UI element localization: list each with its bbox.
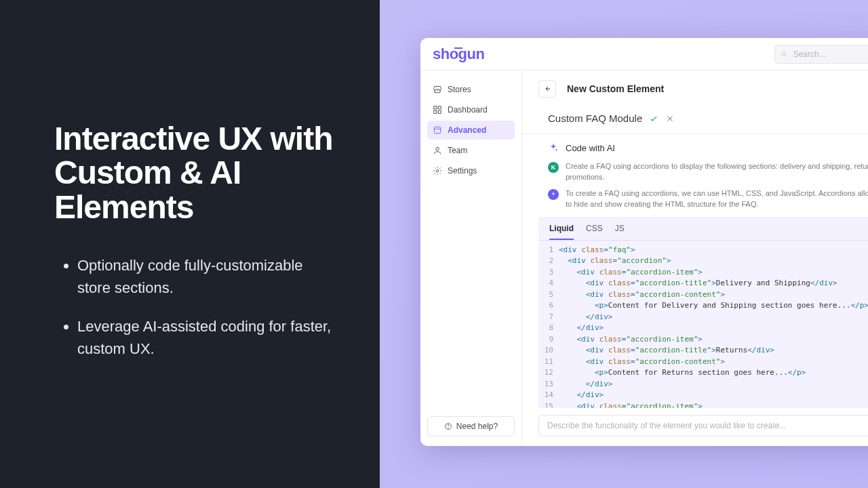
svg-point-0 — [782, 52, 785, 55]
sidebar-item-team[interactable]: Team — [427, 141, 515, 160]
sidebar-item-stores[interactable]: Stores — [427, 80, 515, 99]
sparkle-icon — [548, 142, 559, 153]
code-content: <div class="faq"> <div class="accordion"… — [559, 245, 868, 408]
topbar: shogun — [420, 38, 868, 70]
page-title: New Custom Element — [567, 83, 664, 94]
ai-avatar — [548, 189, 559, 200]
marketing-panel: Interactive UX with Custom & AI Elements… — [0, 0, 380, 488]
bullet-item: Leverage AI-assisted coding for faster, … — [77, 315, 339, 360]
svg-point-10 — [448, 428, 448, 428]
arrow-left-icon — [543, 85, 551, 93]
help-icon — [444, 422, 452, 430]
need-help-button[interactable]: Need help? — [427, 416, 515, 436]
team-icon — [433, 146, 442, 155]
element-name: Custom FAQ Module — [548, 113, 642, 124]
search-input[interactable] — [774, 45, 868, 64]
store-icon — [433, 85, 442, 94]
tab-js[interactable]: JS — [615, 224, 625, 240]
sparkle-icon — [550, 191, 557, 198]
line-gutter: 12345678910111213141516171819 — [538, 245, 559, 408]
svg-rect-4 — [434, 110, 437, 113]
cancel-icon[interactable] — [665, 114, 675, 123]
code-tabs: Liquid CSS JS — [538, 217, 868, 241]
bullet-list: Optionally code fully-customizable store… — [54, 254, 339, 360]
dashboard-icon — [433, 105, 442, 115]
user-message: Create a FAQ using accordions to display… — [566, 161, 868, 183]
chat-user-row: K Create a FAQ using accordions to displ… — [548, 161, 868, 183]
code-editor[interactable]: 12345678910111213141516171819 <div class… — [538, 241, 868, 408]
svg-rect-3 — [438, 106, 441, 109]
headline: Interactive UX with Custom & AI Elements — [54, 122, 339, 224]
bullet-item: Optionally code fully-customizable store… — [77, 254, 339, 299]
code-editor-area: Liquid CSS JS 12345678910111213141516171… — [538, 217, 868, 408]
chat-ai-row: To create a FAQ using accordions, we can… — [548, 188, 868, 210]
sidebar: Stores Dashboard Advanced Team Settings — [420, 70, 522, 446]
sidebar-item-advanced[interactable]: Advanced — [427, 121, 515, 140]
element-name-row: Custom FAQ Module — [522, 107, 868, 134]
advanced-icon — [433, 125, 442, 135]
ai-chat: K Create a FAQ using accordions to displ… — [522, 161, 868, 217]
sidebar-item-dashboard[interactable]: Dashboard — [427, 100, 515, 119]
tab-css[interactable]: CSS — [586, 224, 603, 240]
svg-line-1 — [785, 55, 787, 56]
page-header: New Custom Element — [522, 70, 868, 107]
user-avatar: K — [548, 162, 559, 173]
search-icon — [781, 50, 788, 58]
sidebar-item-settings[interactable]: Settings — [427, 161, 515, 180]
ai-message: To create a FAQ using accordions, we can… — [566, 188, 868, 210]
ai-prompt-input[interactable] — [538, 415, 868, 436]
svg-point-8 — [436, 169, 439, 172]
back-button[interactable] — [538, 80, 556, 98]
code-with-ai-header: Code with AI — [522, 134, 868, 161]
app-window: shogun Stores Dashboard Adva — [420, 38, 868, 446]
app-preview-backdrop: shogun Stores Dashboard Adva — [380, 0, 868, 488]
svg-rect-2 — [434, 106, 437, 109]
main-content: New Custom Element Custom FAQ Module Cod… — [522, 70, 868, 446]
tab-liquid[interactable]: Liquid — [549, 224, 574, 240]
svg-rect-6 — [434, 127, 440, 133]
svg-point-7 — [436, 147, 439, 150]
confirm-icon[interactable] — [649, 114, 658, 123]
brand-logo: shogun — [433, 45, 484, 63]
settings-icon — [433, 166, 442, 176]
svg-rect-5 — [438, 110, 441, 113]
